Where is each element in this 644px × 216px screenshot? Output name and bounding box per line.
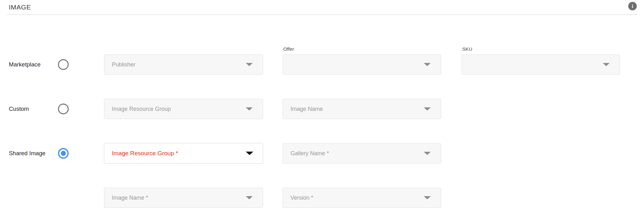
shared-image-resource-group-placeholder: Image Resource Group * bbox=[112, 150, 178, 157]
version-dropdown[interactable]: Version * bbox=[283, 188, 441, 208]
page-title: IMAGE bbox=[9, 3, 31, 11]
option-label-custom: Custom bbox=[9, 105, 29, 113]
chevron-down-icon bbox=[246, 152, 253, 155]
custom-image-resource-group-dropdown[interactable]: Image Resource Group bbox=[104, 99, 263, 119]
radio-marketplace[interactable] bbox=[58, 59, 69, 70]
custom-image-resource-group-placeholder: Image Resource Group bbox=[112, 106, 171, 112]
chevron-down-icon bbox=[424, 63, 431, 66]
chevron-down-icon bbox=[603, 63, 610, 66]
shared-image-name-dropdown[interactable]: Image Name * bbox=[104, 188, 263, 208]
gallery-name-dropdown[interactable]: Gallery Name * bbox=[283, 143, 441, 163]
sku-dropdown[interactable] bbox=[462, 54, 620, 75]
gallery-name-placeholder: Gallery Name * bbox=[290, 150, 329, 157]
shared-image-resource-group-dropdown[interactable]: Image Resource Group * bbox=[104, 143, 263, 164]
field-label-sku: SKU bbox=[462, 46, 472, 52]
chevron-down-icon bbox=[246, 63, 253, 66]
custom-image-name-dropdown[interactable]: Image Name bbox=[283, 99, 441, 119]
version-placeholder: Version * bbox=[290, 195, 313, 201]
custom-image-name-placeholder: Image Name bbox=[290, 106, 323, 112]
chevron-down-icon bbox=[424, 107, 431, 111]
publisher-placeholder: Publisher bbox=[112, 61, 135, 68]
field-label-offer: Offer bbox=[283, 46, 294, 52]
chevron-down-icon bbox=[246, 107, 253, 111]
option-label-shared-image: Shared Image bbox=[9, 150, 45, 157]
offer-dropdown[interactable] bbox=[283, 54, 441, 75]
chevron-down-icon bbox=[424, 196, 431, 199]
publisher-dropdown[interactable]: Publisher bbox=[104, 54, 263, 75]
info-icon-glyph: i bbox=[632, 4, 633, 9]
radio-shared-image[interactable] bbox=[58, 148, 69, 159]
image-form-section: IMAGE i Marketplace Publisher Offer SKU … bbox=[0, 0, 644, 216]
option-label-marketplace: Marketplace bbox=[9, 61, 41, 68]
radio-custom[interactable] bbox=[58, 104, 69, 114]
info-icon[interactable]: i bbox=[628, 2, 637, 10]
shared-image-name-placeholder: Image Name * bbox=[112, 195, 148, 201]
chevron-down-icon bbox=[246, 196, 253, 199]
chevron-down-icon bbox=[424, 152, 431, 155]
section-divider bbox=[6, 14, 638, 15]
